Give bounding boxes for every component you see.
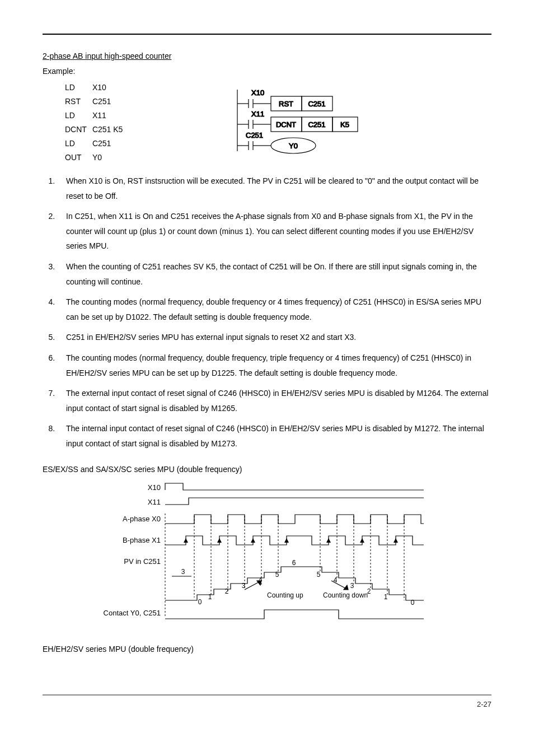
pv-up-3: 3 bbox=[181, 568, 185, 576]
list-item: When X10 is On, RST instsruction will be… bbox=[57, 174, 491, 203]
pv-up-0: 0 bbox=[198, 598, 202, 606]
list-item: When the counting of C251 reaches SV K5,… bbox=[57, 259, 491, 289]
code-op: DCNT bbox=[65, 123, 92, 137]
code-listing: LDX10 RSTC251 LDX11 DCNTC251 K5 LDC251 O… bbox=[43, 81, 128, 165]
code-op: LD bbox=[65, 81, 92, 95]
pv-up-2: 2 bbox=[225, 587, 229, 595]
timing-label-x11: X11 bbox=[148, 498, 161, 506]
code-op: LD bbox=[65, 109, 92, 123]
code-op: RST bbox=[65, 95, 92, 109]
numbered-list: When X10 is On, RST instsruction will be… bbox=[43, 174, 491, 451]
ladder-r2-contact-label: X11 bbox=[251, 110, 264, 118]
timing-label-b: B-phase X1 bbox=[123, 536, 161, 544]
ladder-col: X10 RST C251 X11 DCNT C251 bbox=[151, 81, 491, 165]
pv-dn-0: 0 bbox=[411, 599, 415, 606]
code-arg: X11 bbox=[92, 109, 128, 123]
code-arg: X10 bbox=[92, 81, 128, 95]
code-arg: C251 K5 bbox=[92, 123, 128, 137]
ladder-diagram: X10 RST C251 X11 DCNT C251 bbox=[235, 84, 408, 157]
timing-label-a: A-phase X0 bbox=[123, 515, 161, 523]
ladder-r1-contact-label: X10 bbox=[251, 88, 264, 97]
svg-marker-38 bbox=[251, 538, 255, 543]
timing-label-pv: PV in C251 bbox=[124, 557, 161, 566]
timing-label-x10: X10 bbox=[148, 483, 161, 492]
list-item: C251 in EH/EH2/SV series MPU has externa… bbox=[57, 330, 491, 345]
code-arg: C251 bbox=[92, 137, 128, 151]
ladder-r1-box1: RST bbox=[279, 100, 293, 108]
ladder-r2-box1: DCNT bbox=[276, 120, 296, 129]
svg-marker-37 bbox=[217, 538, 222, 543]
pv-dn-3: 3 bbox=[350, 582, 354, 590]
timing-heading: ES/EX/SS and SA/SX/SC series MPU (double… bbox=[43, 464, 491, 475]
top-rule bbox=[43, 34, 491, 35]
ladder-r3-out: Y0 bbox=[289, 142, 298, 150]
pv-up-6: 6 bbox=[292, 559, 296, 567]
pv-up-3b: 3 bbox=[242, 582, 246, 590]
ladder-r1-box2: C251 bbox=[308, 100, 325, 108]
page-number: 2-27 bbox=[43, 696, 491, 710]
code-arg: C251 bbox=[92, 95, 128, 109]
list-item: The external input contact of reset sign… bbox=[57, 386, 491, 416]
list-item: The counting modes (normal frequency, do… bbox=[57, 351, 491, 380]
svg-marker-39 bbox=[284, 538, 289, 543]
list-item: The counting modes (normal frequency, do… bbox=[57, 295, 491, 324]
pv-dn-5: 5 bbox=[317, 571, 321, 578]
pv-dn-4: 4 bbox=[334, 576, 338, 584]
ladder-r2-box2: C251 bbox=[308, 120, 325, 129]
pv-up-4: 4 bbox=[259, 576, 263, 584]
code-ladder-row: LDX10 RSTC251 LDX11 DCNTC251 K5 LDC251 O… bbox=[43, 81, 491, 165]
list-item: In C251, when X11 is On and C251 receive… bbox=[57, 209, 491, 254]
section-title: 2-phase AB input high-speed counter bbox=[43, 50, 491, 62]
timing-diagram-wrap: X10 X11 A-phase X0 B-phase X1 PV in C251… bbox=[43, 480, 491, 631]
svg-marker-41 bbox=[360, 538, 364, 543]
bottom-heading: EH/EH2/SV series MPU (double frequency) bbox=[43, 643, 491, 655]
pv-dn-1: 1 bbox=[384, 593, 388, 601]
svg-marker-36 bbox=[184, 538, 188, 543]
timing-label-contact: Contact Y0, C251 bbox=[104, 609, 161, 617]
list-item: The internal input contact of reset sign… bbox=[57, 421, 491, 451]
pv-up-5: 5 bbox=[275, 571, 279, 578]
timing-diagram: X10 X11 A-phase X0 B-phase X1 PV in C251… bbox=[99, 480, 435, 631]
example-label: Example: bbox=[43, 66, 491, 77]
ladder-r3-contact-label: C251 bbox=[246, 131, 263, 139]
code-op: LD bbox=[65, 137, 92, 151]
counting-down-label: Counting down bbox=[323, 591, 368, 599]
ladder-r2-box3: K5 bbox=[340, 120, 349, 129]
counting-up-label: Counting up bbox=[267, 591, 303, 599]
svg-marker-40 bbox=[326, 538, 331, 543]
svg-marker-42 bbox=[394, 538, 398, 543]
pv-up-1: 1 bbox=[208, 593, 212, 601]
code-arg: Y0 bbox=[92, 151, 128, 165]
code-op: OUT bbox=[65, 151, 92, 165]
